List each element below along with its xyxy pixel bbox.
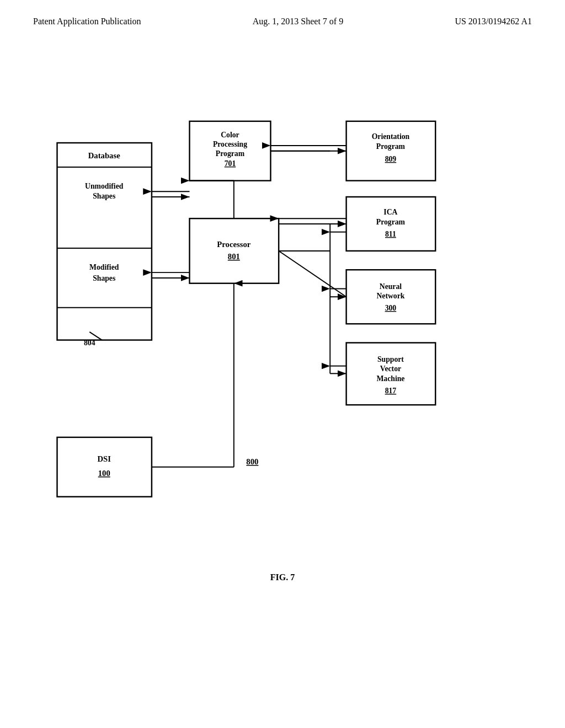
modified-shapes-line2: Shapes (93, 274, 115, 282)
diagram-area: Database Unmodified Shapes Modified Shap… (0, 38, 565, 567)
color-program-line2: Processing (213, 140, 247, 148)
header-left: Patent Application Publication (33, 17, 141, 26)
color-program-line3: Program (216, 149, 245, 158)
unmodified-shapes-line2: Shapes (93, 192, 115, 200)
svm-ref: 817 (385, 387, 397, 395)
proc-to-neural-line (279, 251, 346, 297)
color-program-ref: 701 (225, 159, 236, 168)
svm-line3: Machine (376, 374, 404, 383)
ica-ref: 811 (385, 230, 396, 238)
ica-line2: Program (376, 218, 406, 226)
page-header: Patent Application Publication Aug. 1, 2… (0, 0, 565, 32)
page: Patent Application Publication Aug. 1, 2… (0, 0, 565, 728)
unmodified-shapes-line1: Unmodified (85, 182, 124, 190)
processor-box (190, 218, 279, 283)
database-label: Database (88, 151, 120, 160)
dsi-line1: DSI (97, 454, 111, 463)
figure-caption: FIG. 7 (0, 572, 565, 599)
svm-box (347, 342, 436, 405)
database-box (57, 143, 152, 340)
color-program-line1: Color (221, 131, 239, 139)
neural-line1: Neural (380, 282, 402, 291)
ica-line1: ICA (383, 208, 397, 216)
header-right: US 2013/0194262 A1 (455, 17, 532, 26)
orientation-ref: 809 (385, 155, 397, 163)
neural-ref: 300 (385, 304, 397, 312)
dsi-ref: 100 (98, 469, 110, 478)
svm-line1: Support (377, 355, 404, 363)
header-center: Aug. 1, 2013 Sheet 7 of 9 (253, 17, 343, 26)
svm-line2: Vector (380, 365, 401, 373)
ref-804: 804 (84, 339, 95, 347)
orientation-box (347, 121, 436, 181)
dsi-box (57, 437, 152, 497)
orientation-line1: Orientation (372, 132, 410, 141)
orientation-line2: Program (376, 142, 406, 151)
modified-shapes-line1: Modified (89, 263, 119, 271)
figure-caption-text: FIG. 7 (270, 572, 295, 582)
processor-line1: Processor (217, 240, 250, 249)
neural-line2: Network (376, 292, 404, 300)
ref-800: 800 (246, 457, 258, 466)
diagram-svg: Database Unmodified Shapes Modified Shap… (0, 38, 565, 567)
processor-ref: 801 (228, 252, 240, 261)
